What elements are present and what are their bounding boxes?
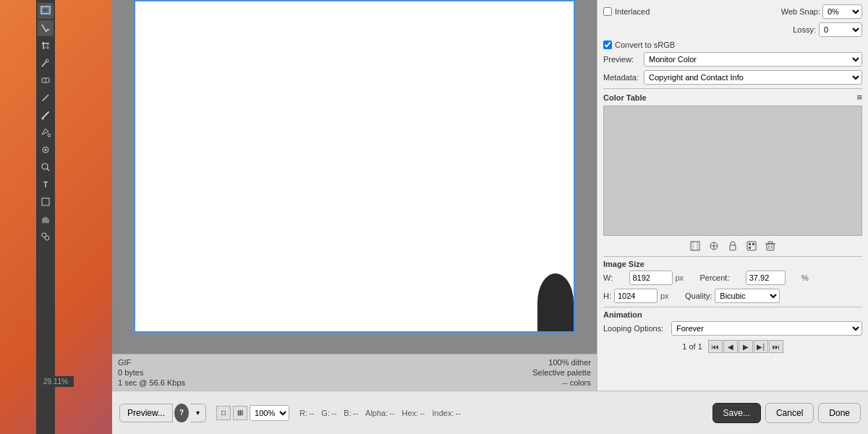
move-tool[interactable] xyxy=(38,3,54,19)
eyedropper-tool[interactable] xyxy=(38,55,54,71)
preview-select[interactable]: Monitor Color Legacy Macintosh Internet … xyxy=(644,52,862,67)
canvas-figure xyxy=(537,273,574,331)
r-value: -- xyxy=(309,409,314,417)
color-table-resize-icon[interactable] xyxy=(688,239,702,253)
canvas-area xyxy=(112,0,597,391)
color-table-area xyxy=(603,106,862,236)
divider-2 xyxy=(603,256,862,257)
percent-label: Percent: xyxy=(700,273,743,282)
prev-frame-button[interactable]: ◀ xyxy=(723,340,738,353)
color-table-icons xyxy=(603,239,862,253)
next-frame-button[interactable]: ▶| xyxy=(754,340,768,353)
right-panel: Interlaced Web Snap: 0%10%25% Lossy: 010… xyxy=(597,0,868,391)
metadata-label: Metadata: xyxy=(603,73,641,82)
canvas-colors: -- colors xyxy=(562,378,591,387)
svg-text:T: T xyxy=(43,181,48,189)
zoom-select[interactable]: 100% 50% 200% xyxy=(250,405,289,421)
shape-tool[interactable] xyxy=(38,194,54,210)
web-snap-label: Web Snap: xyxy=(781,7,820,16)
preview-button-group: Preview... ? ▾ xyxy=(119,404,206,422)
b-label: B: xyxy=(344,409,351,417)
zoom-tool[interactable] xyxy=(38,159,54,175)
preview-button[interactable]: Preview... xyxy=(119,404,173,422)
percent-unit: % xyxy=(801,273,845,282)
pencil-tool[interactable] xyxy=(38,90,54,106)
svg-line-4 xyxy=(48,29,49,30)
convert-srgb-row: Convert to sRGB xyxy=(603,41,862,49)
divider-1 xyxy=(603,88,862,89)
svg-rect-31 xyxy=(730,245,736,250)
looping-label: Looping Options: xyxy=(603,324,668,333)
g-label: G: xyxy=(321,409,330,417)
zoom-controls: □ ⊞ 100% 50% 200% xyxy=(216,405,289,421)
quality-select[interactable]: Bicubic Bilinear Nearest Neighbor Bicubi… xyxy=(715,289,780,303)
crop-tool[interactable] xyxy=(38,38,54,54)
convert-srgb-checkbox[interactable] xyxy=(603,41,612,49)
svg-point-19 xyxy=(42,163,48,169)
alpha-value: -- xyxy=(389,409,394,417)
interlaced-checkbox[interactable] xyxy=(603,7,612,16)
interlaced-label: Interlaced xyxy=(615,7,650,16)
list-icon[interactable]: ≡ xyxy=(856,92,862,103)
save-button[interactable]: Save... xyxy=(712,403,761,423)
hex-value: -- xyxy=(420,409,425,417)
svg-rect-33 xyxy=(749,243,751,245)
g-value: -- xyxy=(331,409,336,417)
brush-tool[interactable] xyxy=(38,107,54,123)
svg-rect-1 xyxy=(43,8,48,12)
first-frame-button[interactable]: ⏮ xyxy=(708,340,723,353)
color-table-delete-icon[interactable] xyxy=(763,239,778,253)
b-value: -- xyxy=(353,409,358,417)
percent-input[interactable] xyxy=(746,271,786,285)
hand-tool[interactable] xyxy=(38,211,54,227)
clone-tool[interactable] xyxy=(38,229,54,244)
image-size-header: Image Size xyxy=(603,260,862,268)
alpha-label: Alpha: xyxy=(365,409,388,417)
play-button[interactable]: ▶ xyxy=(739,340,753,353)
height-input[interactable] xyxy=(614,289,658,303)
width-input[interactable] xyxy=(629,271,673,285)
svg-rect-32 xyxy=(747,242,756,250)
web-snap-select[interactable]: 0%10%25% xyxy=(822,4,862,19)
web-snap-group: Web Snap: 0%10%25% xyxy=(781,4,862,19)
metadata-select[interactable]: None Copyright Copyright and Contact Inf… xyxy=(644,70,862,85)
preview-dropdown-btn[interactable]: ▾ xyxy=(190,404,206,422)
svg-rect-40 xyxy=(768,242,773,244)
image-size-grid: W: px Percent: % xyxy=(603,271,862,285)
svg-rect-22 xyxy=(42,198,49,205)
animation-label: Animation xyxy=(603,310,642,319)
preview-help-icon[interactable]: ? xyxy=(174,404,189,422)
canvas-time: 1 sec @ 56.6 Kbps xyxy=(118,378,185,387)
canvas-format: GIF xyxy=(118,358,131,367)
height-unit: px xyxy=(660,292,678,300)
eraser-tool[interactable] xyxy=(38,72,54,88)
svg-rect-35 xyxy=(749,247,751,249)
select-tool[interactable] xyxy=(38,20,54,36)
animation-controls: 1 of 1 ⏮ ◀ ▶ ▶| ⏭ xyxy=(603,340,862,353)
last-frame-button[interactable]: ⏭ xyxy=(769,340,783,353)
type-tool[interactable]: T xyxy=(38,176,54,192)
paint-bucket-tool[interactable] xyxy=(38,124,54,140)
divider-3 xyxy=(603,307,862,307)
bottom-toolbar: Preview... ? ▾ □ ⊞ 100% 50% 200% R: -- G… xyxy=(112,391,868,434)
looping-select[interactable]: Forever Once Other... xyxy=(671,321,862,336)
color-table-duplicate-icon[interactable] xyxy=(707,239,721,253)
zoom-actual-button[interactable]: ⊞ xyxy=(233,406,247,420)
tools-toolbar: T xyxy=(36,0,55,434)
color-table-web-icon[interactable] xyxy=(744,239,759,253)
page-indicator: 1 of 1 xyxy=(682,342,702,351)
color-table-lock-icon[interactable] xyxy=(726,239,740,253)
svg-rect-36 xyxy=(767,244,774,250)
cancel-button[interactable]: Cancel xyxy=(765,403,814,423)
done-button[interactable]: Done xyxy=(818,403,861,423)
svg-point-24 xyxy=(45,236,49,240)
height-label: H: xyxy=(603,292,611,300)
canvas-document xyxy=(134,0,575,333)
lossy-select[interactable]: 01020 xyxy=(819,22,862,37)
interlaced-checkbox-group: Interlaced xyxy=(603,7,650,16)
svg-point-18 xyxy=(45,149,47,151)
gradient-tool[interactable] xyxy=(38,142,54,158)
preview-label: Preview: xyxy=(603,55,641,64)
zoom-fit-button[interactable]: □ xyxy=(216,406,231,420)
action-buttons: Save... Cancel Done xyxy=(712,403,861,423)
